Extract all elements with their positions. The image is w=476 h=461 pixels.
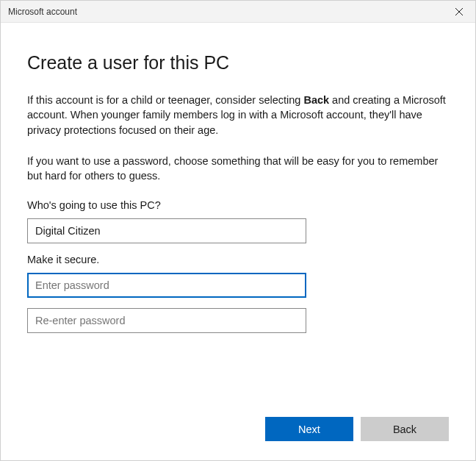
next-button[interactable]: Next bbox=[265, 417, 353, 441]
close-button[interactable] bbox=[442, 1, 475, 23]
username-label: Who's going to use this PC? bbox=[27, 199, 449, 211]
intro-paragraph-2: If you want to use a password, choose so… bbox=[27, 154, 449, 184]
dialog-window: Microsoft account Create a user for this… bbox=[0, 0, 476, 461]
page-heading: Create a user for this PC bbox=[27, 52, 449, 74]
username-input[interactable] bbox=[27, 218, 306, 243]
button-row: Next Back bbox=[27, 417, 449, 446]
password-input[interactable] bbox=[27, 273, 306, 298]
content-area: Create a user for this PC If this accoun… bbox=[1, 23, 475, 460]
intro-paragraph-1: If this account is for a child or teenag… bbox=[27, 93, 449, 137]
back-button[interactable]: Back bbox=[361, 417, 449, 441]
intro-paragraph-1-bold: Back bbox=[303, 94, 329, 106]
password-confirm-input[interactable] bbox=[27, 308, 306, 333]
titlebar: Microsoft account bbox=[1, 1, 475, 23]
window-title: Microsoft account bbox=[8, 7, 77, 17]
secure-label: Make it secure. bbox=[27, 254, 449, 265]
intro-paragraph-1-pre: If this account is for a child or teenag… bbox=[27, 94, 303, 106]
close-icon bbox=[455, 8, 463, 15]
